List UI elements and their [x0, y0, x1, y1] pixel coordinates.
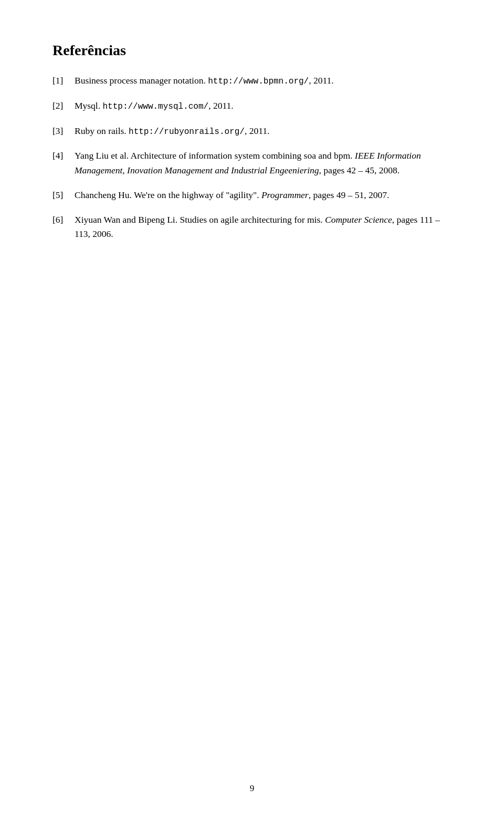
ref-url: http://www.mysql.com/	[102, 102, 208, 111]
ref-content: Yang Liu et al. Architecture of informat…	[75, 149, 452, 177]
references-list: [1] Business process manager notation. h…	[52, 74, 452, 241]
list-item: [5] Chancheng Hu. We're on the highway o…	[52, 188, 452, 202]
page-title: Referências	[52, 42, 452, 59]
ref-label: [1]	[52, 74, 75, 88]
list-item: [2] Mysql. http://www.mysql.com/, 2011.	[52, 99, 452, 113]
ref-journal: Computer Science	[325, 214, 392, 225]
list-item: [1] Business process manager notation. h…	[52, 74, 452, 88]
list-item: [6] Xiyuan Wan and Bipeng Li. Studies on…	[52, 213, 452, 241]
ref-content: Ruby on rails. http://rubyonrails.org/, …	[75, 124, 452, 139]
ref-journal: Programmer	[261, 190, 309, 200]
ref-label: [2]	[52, 99, 75, 113]
page: Referências [1] Business process manager…	[0, 0, 504, 820]
ref-label: [5]	[52, 188, 75, 202]
ref-content: Business process manager notation. http:…	[75, 74, 452, 88]
ref-journal: IEEE Information Management, Inovation M…	[75, 150, 421, 175]
ref-label: [6]	[52, 213, 75, 227]
ref-content: Mysql. http://www.mysql.com/, 2011.	[75, 99, 452, 113]
ref-content: Xiyuan Wan and Bipeng Li. Studies on agi…	[75, 213, 452, 241]
ref-url: http://www.bpmn.org/	[208, 77, 309, 86]
ref-label: [4]	[52, 149, 75, 163]
ref-label: [3]	[52, 124, 75, 138]
ref-url: http://rubyonrails.org/	[129, 127, 245, 137]
list-item: [3] Ruby on rails. http://rubyonrails.or…	[52, 124, 452, 139]
ref-content: Chancheng Hu. We're on the highway of "a…	[75, 188, 452, 202]
page-number: 9	[250, 783, 255, 794]
list-item: [4] Yang Liu et al. Architecture of info…	[52, 149, 452, 177]
